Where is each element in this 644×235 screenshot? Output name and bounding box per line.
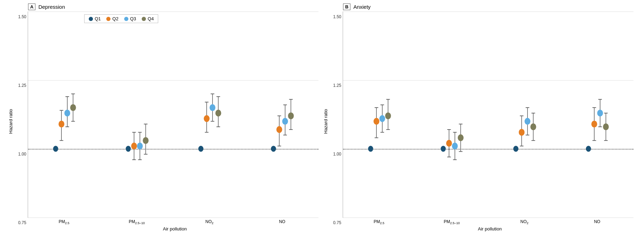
legend-label: Q3	[130, 16, 136, 21]
legend-item-q4: Q4	[142, 16, 154, 21]
legend-item-q2: Q2	[106, 16, 118, 21]
x-label-NO: NO	[561, 219, 633, 225]
legend-dot	[142, 17, 146, 21]
grid-line: 0.75	[28, 217, 318, 218]
legend-label: Q1	[95, 16, 101, 21]
x-label-PM2-5: PM2.5	[343, 219, 415, 225]
chart-legend: Q1Q2Q3Q4	[84, 14, 158, 23]
data-point-g0-q2	[380, 115, 385, 122]
y-tick-label: 1.25	[333, 83, 341, 88]
x-axis-labels: PM2.5PM2.5–10NO2NO	[28, 218, 318, 225]
data-point-g3-q2	[282, 118, 288, 125]
x-label-NO: NO	[246, 219, 318, 225]
chart-inner: 1.501.251.000.75Q1Q2Q3Q4PM2.5PM2.5–10NO2…	[15, 12, 322, 231]
data-point-g2-q0	[198, 146, 203, 152]
plot-area: 1.501.251.000.75Q1Q2Q3Q4	[28, 12, 318, 218]
data-point-g2-q1	[519, 129, 525, 136]
data-point-g0-q3	[70, 104, 76, 111]
y-tick-label: 1.50	[333, 14, 341, 19]
y-tick-label: 1.00	[18, 152, 26, 157]
panel-title: Anxiety	[353, 4, 370, 10]
legend-label: Q2	[112, 16, 118, 21]
data-point-g2-q0	[513, 146, 518, 152]
chart-panel-a: ADepressionHazard ratio1.501.251.000.75Q…	[7, 4, 322, 231]
data-point-g2-q3	[530, 123, 536, 130]
data-point-g1-q0	[441, 146, 445, 152]
grid-line: 0.75	[343, 217, 633, 218]
x-label-PM2-5-10: PM2.5–10	[415, 219, 488, 225]
y-tick-label: 1.00	[333, 152, 341, 157]
y-axis-label: Hazard ratio	[7, 12, 14, 231]
data-point-g3-q1	[591, 120, 597, 127]
x-label-PM2-5: PM2.5	[28, 219, 100, 225]
x-axis-title: Air pollution	[28, 226, 322, 231]
panel-header: BAnxiety	[322, 4, 637, 10]
data-point-g1-q1	[131, 143, 137, 150]
legend-dot	[106, 17, 110, 21]
data-point-g2-q1	[204, 115, 210, 122]
legend-item-q1: Q1	[89, 16, 101, 21]
y-tick-label: 0.75	[333, 220, 341, 225]
data-point-g2-q3	[215, 110, 221, 117]
data-svg	[343, 12, 633, 217]
data-point-g0-q2	[65, 110, 71, 117]
data-point-g1-q2	[452, 143, 458, 150]
chart-area: Hazard ratio1.501.251.000.75PM2.5PM2.5–1…	[322, 12, 637, 231]
y-tick-label: 1.25	[18, 83, 26, 88]
x-axis-labels: PM2.5PM2.5–10NO2NO	[343, 218, 633, 225]
data-point-g1-q1	[446, 140, 452, 147]
legend-label: Q4	[148, 16, 154, 21]
data-point-g3-q3	[603, 123, 609, 130]
legend-item-q3: Q3	[124, 16, 136, 21]
legend-dot	[89, 17, 93, 21]
data-point-g3-q3	[288, 112, 294, 119]
panel-title: Depression	[38, 4, 65, 10]
data-point-g3-q0	[271, 146, 276, 152]
chart-area: Hazard ratio1.501.251.000.75Q1Q2Q3Q4PM2.…	[7, 12, 322, 231]
y-axis-label: Hazard ratio	[322, 12, 329, 231]
data-svg	[28, 12, 318, 217]
data-point-g3-q0	[586, 146, 591, 152]
x-label-NO2: NO2	[488, 219, 561, 225]
panel-label: B	[343, 4, 350, 10]
legend-dot	[124, 17, 128, 21]
plot-area: 1.501.251.000.75	[343, 12, 633, 218]
data-point-g2-q2	[525, 118, 531, 125]
charts-container: ADepressionHazard ratio1.501.251.000.75Q…	[0, 0, 644, 235]
data-point-g1-q3	[143, 137, 149, 144]
data-point-g3-q2	[597, 110, 603, 117]
data-point-g2-q2	[210, 104, 216, 111]
data-point-g0-q1	[59, 120, 65, 127]
data-point-g0-q3	[385, 112, 391, 119]
chart-panel-b: BAnxietyHazard ratio1.501.251.000.75PM2.…	[322, 4, 637, 231]
chart-inner: 1.501.251.000.75PM2.5PM2.5–10NO2NOAir po…	[330, 12, 637, 231]
data-point-g0-q1	[374, 118, 380, 125]
panel-label: A	[28, 4, 35, 10]
data-point-g1-q0	[126, 146, 130, 152]
x-label-PM2-5-10: PM2.5–10	[100, 219, 173, 225]
data-point-g1-q2	[137, 143, 143, 150]
data-point-g1-q3	[458, 134, 464, 141]
data-point-g0-q0	[53, 146, 58, 152]
data-point-g3-q1	[276, 126, 282, 133]
y-tick-label: 1.50	[18, 14, 26, 19]
x-label-NO2: NO2	[173, 219, 246, 225]
data-point-g0-q0	[368, 146, 373, 152]
panel-header: ADepression	[7, 4, 322, 10]
y-tick-label: 0.75	[18, 220, 26, 225]
x-axis-title: Air pollution	[343, 226, 637, 231]
